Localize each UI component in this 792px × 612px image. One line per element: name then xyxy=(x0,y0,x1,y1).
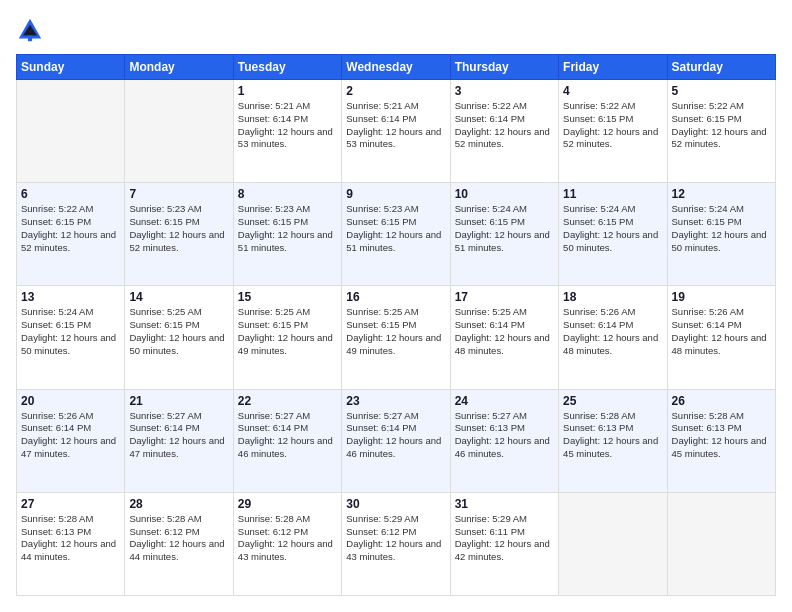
week-row-1: 1Sunrise: 5:21 AMSunset: 6:14 PMDaylight… xyxy=(17,80,776,183)
day-number: 11 xyxy=(563,187,662,201)
day-cell: 23Sunrise: 5:27 AMSunset: 6:14 PMDayligh… xyxy=(342,389,450,492)
day-number: 26 xyxy=(672,394,771,408)
day-cell: 1Sunrise: 5:21 AMSunset: 6:14 PMDaylight… xyxy=(233,80,341,183)
day-info: Sunrise: 5:25 AMSunset: 6:14 PMDaylight:… xyxy=(455,306,554,357)
day-cell: 20Sunrise: 5:26 AMSunset: 6:14 PMDayligh… xyxy=(17,389,125,492)
day-info: Sunrise: 5:22 AMSunset: 6:15 PMDaylight:… xyxy=(672,100,771,151)
header xyxy=(16,16,776,44)
day-cell: 9Sunrise: 5:23 AMSunset: 6:15 PMDaylight… xyxy=(342,183,450,286)
day-cell: 10Sunrise: 5:24 AMSunset: 6:15 PMDayligh… xyxy=(450,183,558,286)
calendar-table: SundayMondayTuesdayWednesdayThursdayFrid… xyxy=(16,54,776,596)
day-cell: 18Sunrise: 5:26 AMSunset: 6:14 PMDayligh… xyxy=(559,286,667,389)
day-info: Sunrise: 5:29 AMSunset: 6:12 PMDaylight:… xyxy=(346,513,445,564)
day-number: 20 xyxy=(21,394,120,408)
weekday-saturday: Saturday xyxy=(667,55,775,80)
day-info: Sunrise: 5:26 AMSunset: 6:14 PMDaylight:… xyxy=(563,306,662,357)
weekday-header-row: SundayMondayTuesdayWednesdayThursdayFrid… xyxy=(17,55,776,80)
day-info: Sunrise: 5:26 AMSunset: 6:14 PMDaylight:… xyxy=(672,306,771,357)
day-info: Sunrise: 5:29 AMSunset: 6:11 PMDaylight:… xyxy=(455,513,554,564)
day-number: 21 xyxy=(129,394,228,408)
weekday-tuesday: Tuesday xyxy=(233,55,341,80)
day-info: Sunrise: 5:22 AMSunset: 6:15 PMDaylight:… xyxy=(563,100,662,151)
day-info: Sunrise: 5:27 AMSunset: 6:14 PMDaylight:… xyxy=(346,410,445,461)
day-info: Sunrise: 5:28 AMSunset: 6:13 PMDaylight:… xyxy=(21,513,120,564)
day-cell: 22Sunrise: 5:27 AMSunset: 6:14 PMDayligh… xyxy=(233,389,341,492)
day-cell: 13Sunrise: 5:24 AMSunset: 6:15 PMDayligh… xyxy=(17,286,125,389)
day-number: 24 xyxy=(455,394,554,408)
day-info: Sunrise: 5:24 AMSunset: 6:15 PMDaylight:… xyxy=(563,203,662,254)
day-cell: 19Sunrise: 5:26 AMSunset: 6:14 PMDayligh… xyxy=(667,286,775,389)
day-cell: 21Sunrise: 5:27 AMSunset: 6:14 PMDayligh… xyxy=(125,389,233,492)
week-row-3: 13Sunrise: 5:24 AMSunset: 6:15 PMDayligh… xyxy=(17,286,776,389)
day-info: Sunrise: 5:27 AMSunset: 6:14 PMDaylight:… xyxy=(238,410,337,461)
day-info: Sunrise: 5:28 AMSunset: 6:13 PMDaylight:… xyxy=(672,410,771,461)
day-number: 29 xyxy=(238,497,337,511)
day-info: Sunrise: 5:23 AMSunset: 6:15 PMDaylight:… xyxy=(346,203,445,254)
day-number: 25 xyxy=(563,394,662,408)
day-number: 5 xyxy=(672,84,771,98)
day-cell: 30Sunrise: 5:29 AMSunset: 6:12 PMDayligh… xyxy=(342,492,450,595)
day-number: 8 xyxy=(238,187,337,201)
day-info: Sunrise: 5:23 AMSunset: 6:15 PMDaylight:… xyxy=(238,203,337,254)
day-cell: 28Sunrise: 5:28 AMSunset: 6:12 PMDayligh… xyxy=(125,492,233,595)
day-number: 30 xyxy=(346,497,445,511)
day-info: Sunrise: 5:24 AMSunset: 6:15 PMDaylight:… xyxy=(672,203,771,254)
day-number: 23 xyxy=(346,394,445,408)
day-cell: 16Sunrise: 5:25 AMSunset: 6:15 PMDayligh… xyxy=(342,286,450,389)
day-number: 27 xyxy=(21,497,120,511)
day-number: 4 xyxy=(563,84,662,98)
day-cell: 3Sunrise: 5:22 AMSunset: 6:14 PMDaylight… xyxy=(450,80,558,183)
day-info: Sunrise: 5:28 AMSunset: 6:12 PMDaylight:… xyxy=(129,513,228,564)
weekday-monday: Monday xyxy=(125,55,233,80)
weekday-sunday: Sunday xyxy=(17,55,125,80)
day-number: 12 xyxy=(672,187,771,201)
week-row-5: 27Sunrise: 5:28 AMSunset: 6:13 PMDayligh… xyxy=(17,492,776,595)
day-number: 28 xyxy=(129,497,228,511)
week-row-4: 20Sunrise: 5:26 AMSunset: 6:14 PMDayligh… xyxy=(17,389,776,492)
day-info: Sunrise: 5:25 AMSunset: 6:15 PMDaylight:… xyxy=(129,306,228,357)
weekday-friday: Friday xyxy=(559,55,667,80)
day-info: Sunrise: 5:28 AMSunset: 6:13 PMDaylight:… xyxy=(563,410,662,461)
day-number: 16 xyxy=(346,290,445,304)
day-info: Sunrise: 5:28 AMSunset: 6:12 PMDaylight:… xyxy=(238,513,337,564)
day-number: 13 xyxy=(21,290,120,304)
day-info: Sunrise: 5:27 AMSunset: 6:14 PMDaylight:… xyxy=(129,410,228,461)
weekday-wednesday: Wednesday xyxy=(342,55,450,80)
day-cell: 29Sunrise: 5:28 AMSunset: 6:12 PMDayligh… xyxy=(233,492,341,595)
day-cell: 7Sunrise: 5:23 AMSunset: 6:15 PMDaylight… xyxy=(125,183,233,286)
svg-rect-2 xyxy=(28,36,32,42)
day-info: Sunrise: 5:21 AMSunset: 6:14 PMDaylight:… xyxy=(346,100,445,151)
logo xyxy=(16,16,48,44)
day-cell: 6Sunrise: 5:22 AMSunset: 6:15 PMDaylight… xyxy=(17,183,125,286)
day-info: Sunrise: 5:25 AMSunset: 6:15 PMDaylight:… xyxy=(346,306,445,357)
week-row-2: 6Sunrise: 5:22 AMSunset: 6:15 PMDaylight… xyxy=(17,183,776,286)
day-cell: 24Sunrise: 5:27 AMSunset: 6:13 PMDayligh… xyxy=(450,389,558,492)
logo-icon xyxy=(16,16,44,44)
weekday-thursday: Thursday xyxy=(450,55,558,80)
day-info: Sunrise: 5:24 AMSunset: 6:15 PMDaylight:… xyxy=(21,306,120,357)
day-number: 10 xyxy=(455,187,554,201)
day-info: Sunrise: 5:23 AMSunset: 6:15 PMDaylight:… xyxy=(129,203,228,254)
day-info: Sunrise: 5:22 AMSunset: 6:15 PMDaylight:… xyxy=(21,203,120,254)
day-cell xyxy=(17,80,125,183)
day-info: Sunrise: 5:26 AMSunset: 6:14 PMDaylight:… xyxy=(21,410,120,461)
day-cell: 27Sunrise: 5:28 AMSunset: 6:13 PMDayligh… xyxy=(17,492,125,595)
day-cell: 25Sunrise: 5:28 AMSunset: 6:13 PMDayligh… xyxy=(559,389,667,492)
day-number: 9 xyxy=(346,187,445,201)
day-info: Sunrise: 5:22 AMSunset: 6:14 PMDaylight:… xyxy=(455,100,554,151)
day-info: Sunrise: 5:24 AMSunset: 6:15 PMDaylight:… xyxy=(455,203,554,254)
day-cell: 17Sunrise: 5:25 AMSunset: 6:14 PMDayligh… xyxy=(450,286,558,389)
day-number: 15 xyxy=(238,290,337,304)
day-cell xyxy=(559,492,667,595)
day-cell: 5Sunrise: 5:22 AMSunset: 6:15 PMDaylight… xyxy=(667,80,775,183)
day-cell: 4Sunrise: 5:22 AMSunset: 6:15 PMDaylight… xyxy=(559,80,667,183)
day-number: 2 xyxy=(346,84,445,98)
day-number: 19 xyxy=(672,290,771,304)
day-cell: 12Sunrise: 5:24 AMSunset: 6:15 PMDayligh… xyxy=(667,183,775,286)
day-number: 1 xyxy=(238,84,337,98)
day-info: Sunrise: 5:21 AMSunset: 6:14 PMDaylight:… xyxy=(238,100,337,151)
day-number: 31 xyxy=(455,497,554,511)
day-info: Sunrise: 5:27 AMSunset: 6:13 PMDaylight:… xyxy=(455,410,554,461)
day-cell: 15Sunrise: 5:25 AMSunset: 6:15 PMDayligh… xyxy=(233,286,341,389)
day-cell xyxy=(125,80,233,183)
